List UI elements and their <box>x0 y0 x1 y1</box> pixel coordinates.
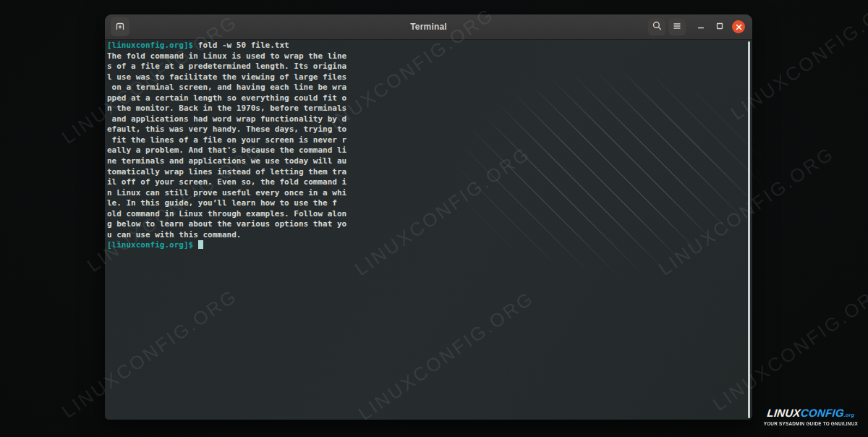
terminal-line: u can use with this command. <box>107 230 752 241</box>
tab-new-icon <box>114 20 126 34</box>
desktop-background: Terminal <box>0 0 868 437</box>
titlebar: Terminal <box>105 14 752 40</box>
terminal-output: The fold command in Linux is used to wra… <box>107 51 752 241</box>
logo-tagline: YOUR SYSADMIN GUIDE TO GNU/LINUX <box>764 421 858 426</box>
terminal-line: efault, this was very handy. These days,… <box>107 124 752 135</box>
prompt-line: [linuxconfig.org]$ <box>107 240 752 251</box>
terminal-line: eally a problem. And that's because the … <box>107 145 752 156</box>
close-icon <box>736 22 742 33</box>
search-icon <box>652 20 663 33</box>
terminal-line: l use was to facilitate the viewing of l… <box>107 72 752 83</box>
hamburger-menu-icon <box>672 21 682 33</box>
maximize-button[interactable] <box>713 20 726 33</box>
shell-prompt: [linuxconfig.org]$ <box>107 240 193 250</box>
shell-prompt: [linuxconfig.org]$ <box>107 41 193 50</box>
menu-button[interactable] <box>668 18 686 35</box>
terminal-line: old command in Linux through examples. F… <box>107 209 752 220</box>
close-button[interactable] <box>732 20 745 33</box>
terminal-line: fit the lines of a file on your screen i… <box>107 135 752 146</box>
search-button[interactable] <box>648 18 665 35</box>
terminal-line: n Linux can still prove useful every onc… <box>107 188 752 199</box>
terminal-cursor <box>198 240 203 249</box>
terminal-line: The fold command in Linux is used to wra… <box>107 51 752 62</box>
terminal-line: tomatically wrap lines instead of lettin… <box>107 167 752 178</box>
new-tab-button[interactable] <box>111 17 129 36</box>
terminal-line: g below to learn about the various optio… <box>107 219 752 230</box>
terminal-line: n the monitor. Back in the 1970s, before… <box>107 103 752 114</box>
command-line: [linuxconfig.org]$ fold -w 50 file.txt <box>107 41 752 51</box>
terminal-line: on a terminal screen, and having each li… <box>107 82 752 93</box>
terminal-line: and applications had word wrap functiona… <box>107 114 752 125</box>
terminal-window: Terminal <box>105 14 752 420</box>
typed-command: fold -w 50 file.txt <box>193 41 289 50</box>
terminal-line: ne terminals and applications we use tod… <box>107 156 752 167</box>
logo-suffix: .org <box>844 412 855 417</box>
logo-word-config: CONFIG <box>800 407 845 419</box>
terminal-line: pped at a certain length so everything c… <box>107 93 752 104</box>
maximize-icon <box>715 22 724 33</box>
terminal-line: s of a file at a predetermined length. I… <box>107 61 752 72</box>
terminal-line: le. In this guide, you’ll learn how to u… <box>107 198 752 209</box>
minimize-button[interactable] <box>694 20 707 33</box>
terminal-line: il off of your screen. Even so, the fold… <box>107 177 752 188</box>
terminal-content[interactable]: [linuxconfig.org]$ fold -w 50 file.txt T… <box>105 40 752 420</box>
linuxconfig-logo: LINUXCONFIG.org YOUR SYSADMIN GUIDE TO G… <box>760 408 862 426</box>
terminal-scrollbar[interactable] <box>748 41 750 418</box>
logo-word-linux: LINUX <box>767 407 801 419</box>
minimize-icon <box>697 22 705 33</box>
